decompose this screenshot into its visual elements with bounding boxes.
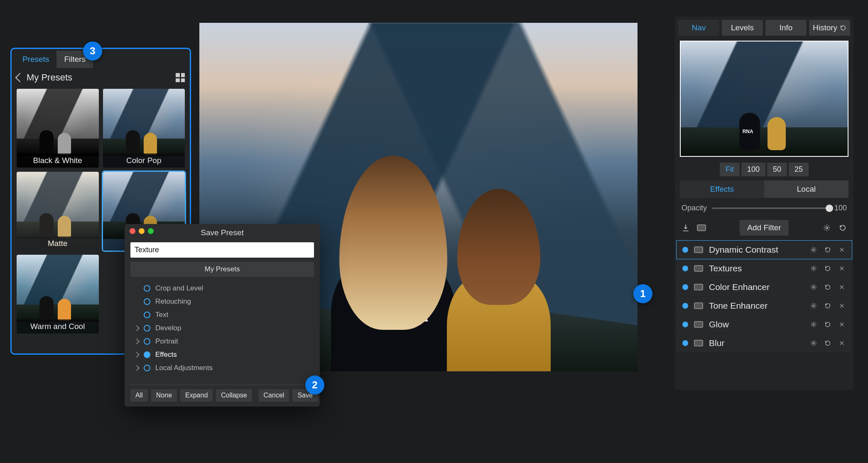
radio-icon[interactable]	[144, 325, 150, 331]
tree-row[interactable]: Retouching	[130, 295, 314, 308]
gear-icon[interactable]	[809, 339, 818, 347]
tree-row[interactable]: Local Adjustments	[130, 361, 314, 375]
radio-icon[interactable]	[144, 312, 150, 318]
presets-header-title: My Presets	[27, 72, 72, 83]
add-filter-button[interactable]: Add Filter	[740, 220, 788, 236]
tree-expand-button[interactable]: Expand	[180, 389, 213, 402]
filter-row[interactable]: Blur	[677, 334, 852, 352]
reset-icon[interactable]	[839, 224, 847, 232]
mask-icon[interactable]	[694, 302, 703, 309]
visibility-dot-icon[interactable]	[682, 284, 688, 290]
dialog-title: Save Preset	[201, 228, 244, 237]
presets-tab-presets[interactable]: Presets	[15, 51, 56, 68]
preset-card[interactable]: Matte	[17, 172, 99, 251]
preset-card[interactable]: Warm and Cool	[17, 255, 99, 334]
mode-local[interactable]: Local	[764, 180, 848, 198]
chevron-right-icon	[134, 325, 140, 331]
zoom-100-button[interactable]: 100	[741, 163, 765, 176]
tree-row[interactable]: Text	[130, 308, 314, 322]
preset-name-input[interactable]	[130, 242, 314, 258]
filter-row[interactable]: Dynamic Contrast	[677, 241, 852, 259]
callout-badge-3: 3	[83, 41, 102, 61]
gear-icon[interactable]	[809, 283, 818, 291]
tab-nav[interactable]: Nav	[678, 20, 719, 36]
back-icon[interactable]	[15, 73, 25, 83]
cancel-button[interactable]: Cancel	[259, 389, 289, 402]
mask-icon[interactable]	[694, 284, 703, 290]
tree-collapse-button[interactable]: Collapse	[216, 389, 252, 402]
tree-row[interactable]: Portrait	[130, 335, 314, 348]
opacity-value: 100	[834, 204, 847, 212]
reset-icon[interactable]	[824, 320, 832, 329]
mask-icon[interactable]	[694, 321, 703, 328]
opacity-slider[interactable]	[712, 207, 829, 209]
gear-icon[interactable]	[809, 246, 818, 254]
reset-icon[interactable]	[824, 283, 832, 291]
window-controls[interactable]	[130, 228, 154, 234]
preset-category-button[interactable]: My Presets	[130, 262, 314, 277]
right-tabstrip: Nav Levels Info History	[675, 17, 853, 39]
visibility-dot-icon[interactable]	[682, 266, 688, 271]
filter-row[interactable]: Color Enhancer	[677, 278, 852, 296]
radio-icon[interactable]	[144, 285, 150, 292]
tree-row[interactable]: Develop	[130, 322, 314, 335]
gear-icon[interactable]	[809, 302, 818, 310]
tab-history-label: History	[813, 23, 837, 32]
filter-row[interactable]: Textures	[677, 259, 852, 278]
close-icon[interactable]	[838, 339, 846, 347]
tree-row[interactable]: Effects	[130, 348, 314, 361]
preset-card[interactable]: Color Pop	[103, 89, 185, 168]
close-icon[interactable]	[838, 320, 846, 329]
minimize-icon[interactable]	[139, 228, 145, 234]
close-icon[interactable]	[838, 264, 846, 273]
visibility-dot-icon[interactable]	[682, 322, 688, 327]
close-icon[interactable]	[130, 228, 135, 234]
opacity-label: Opacity	[682, 204, 707, 212]
preset-label: Matte	[17, 236, 99, 251]
mask-icon[interactable]	[694, 340, 703, 346]
svg-point-2	[813, 268, 814, 269]
visibility-dot-icon[interactable]	[682, 340, 688, 346]
radio-icon[interactable]	[144, 351, 150, 358]
tree-label: Local Adjustments	[155, 364, 213, 372]
reset-icon[interactable]	[824, 302, 832, 310]
grid-view-icon[interactable]	[176, 73, 185, 82]
tab-info[interactable]: Info	[765, 20, 807, 36]
zoom-50-button[interactable]: 50	[767, 163, 787, 176]
reset-icon[interactable]	[824, 264, 832, 273]
radio-icon[interactable]	[144, 338, 150, 345]
filter-row[interactable]: Glow	[677, 315, 852, 334]
radio-icon[interactable]	[144, 365, 150, 371]
radio-icon[interactable]	[144, 298, 150, 305]
mask-icon[interactable]	[694, 246, 703, 253]
maximize-icon[interactable]	[148, 228, 154, 234]
tab-history[interactable]: History	[809, 20, 850, 36]
tree-none-button[interactable]: None	[151, 389, 177, 402]
gear-icon[interactable]	[809, 320, 818, 329]
tree-row[interactable]: Crop and Level	[130, 282, 314, 295]
gear-icon[interactable]	[823, 224, 831, 232]
tree-all-button[interactable]: All	[130, 389, 148, 402]
import-icon[interactable]	[682, 224, 690, 232]
visibility-dot-icon[interactable]	[682, 247, 688, 253]
zoom-25-button[interactable]: 25	[789, 163, 809, 176]
mode-effects[interactable]: Effects	[680, 180, 764, 198]
zoom-fit-button[interactable]: Fit	[720, 163, 740, 176]
reset-icon[interactable]	[824, 339, 832, 347]
gear-icon[interactable]	[809, 264, 818, 273]
reset-icon[interactable]	[824, 246, 832, 254]
close-icon[interactable]	[838, 246, 846, 254]
svg-point-3	[813, 286, 814, 288]
mode-tabs: Effects Local	[680, 180, 848, 198]
close-icon[interactable]	[838, 302, 846, 310]
close-icon[interactable]	[838, 283, 846, 291]
visibility-dot-icon[interactable]	[682, 303, 688, 309]
mask-icon[interactable]	[697, 224, 706, 232]
tree-label: Portrait	[155, 337, 178, 346]
preset-card[interactable]: Black & White	[17, 89, 99, 168]
tab-levels[interactable]: Levels	[722, 20, 763, 36]
filter-row[interactable]: Tone Enhancer	[677, 297, 852, 315]
tree-label: Retouching	[155, 297, 191, 306]
mask-icon[interactable]	[694, 265, 703, 272]
navigator-thumbnail[interactable]	[680, 41, 848, 157]
